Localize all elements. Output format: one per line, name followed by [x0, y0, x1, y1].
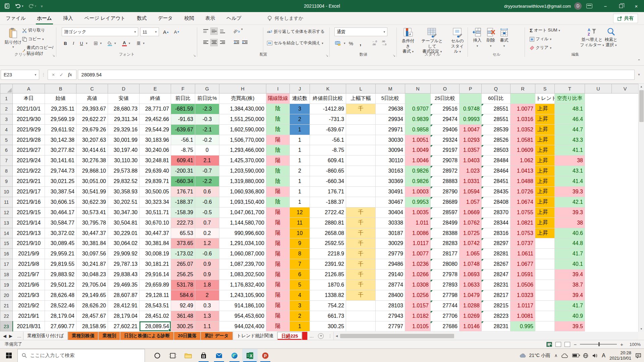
- cell[interactable]: 30491: [376, 187, 405, 197]
- italic-button[interactable]: I: [70, 40, 77, 47]
- cell-styles-button[interactable]: セルのスタイル ▾: [447, 26, 468, 56]
- cell[interactable]: 27798: [431, 290, 460, 300]
- cell[interactable]: 陽: [266, 290, 290, 300]
- cell[interactable]: 2: [195, 290, 219, 300]
- cell[interactable]: 29,149.65: [76, 290, 108, 300]
- cell[interactable]: 25日比較: [431, 94, 460, 104]
- sheet-tab-20日騰落[interactable]: 20日騰落: [174, 332, 201, 340]
- tab-help[interactable]: ヘルプ: [221, 12, 247, 24]
- cell[interactable]: 1.057: [460, 197, 482, 207]
- cell[interactable]: [612, 187, 639, 197]
- cell[interactable]: 65.53: [171, 228, 195, 238]
- cell[interactable]: 千: [346, 259, 376, 269]
- cell[interactable]: 30163: [376, 166, 405, 176]
- cell[interactable]: 陽: [266, 280, 290, 290]
- cell[interactable]: [585, 249, 612, 259]
- format-cells-button[interactable]: 書式▾: [497, 26, 511, 50]
- row-header[interactable]: 16: [0, 249, 13, 259]
- cell[interactable]: 1.0288: [460, 300, 482, 311]
- cell[interactable]: 陰: [266, 114, 290, 124]
- conditional-formatting-button[interactable]: ≠ 条件付き書式 ▾: [399, 26, 417, 56]
- cell[interactable]: -91.63: [171, 114, 195, 124]
- comma-style-icon[interactable]: ,: [357, 40, 364, 47]
- cell[interactable]: 29934: [376, 114, 405, 124]
- cell[interactable]: 30,142.38: [45, 135, 76, 145]
- cell[interactable]: 上昇: [535, 218, 555, 228]
- cell[interactable]: 28,626.20: [76, 300, 108, 311]
- cell[interactable]: [346, 321, 376, 331]
- column-header-G[interactable]: G: [195, 84, 219, 94]
- cell[interactable]: 3: [290, 104, 310, 114]
- notification-center-icon[interactable]: [635, 353, 641, 358]
- cell[interactable]: 1870.6: [310, 280, 346, 290]
- cell[interactable]: 1.0403: [460, 156, 482, 166]
- cell[interactable]: 38: [555, 156, 585, 166]
- sheet-tab-業種別[interactable]: 業種別: [98, 332, 120, 340]
- row-header[interactable]: 15: [0, 238, 13, 249]
- cell[interactable]: [612, 176, 639, 187]
- cell[interactable]: 28,089.54: [140, 321, 171, 331]
- cell[interactable]: 754.22: [310, 300, 346, 311]
- row-header[interactable]: 8: [0, 166, 13, 176]
- cell[interactable]: [612, 321, 639, 331]
- font-size-combo[interactable]: 11▾: [140, 27, 159, 36]
- cell[interactable]: 0.9826: [405, 166, 431, 176]
- cell[interactable]: 27978: [431, 269, 460, 280]
- cell[interactable]: 0.9826: [405, 176, 431, 187]
- cell[interactable]: 2021/9/2: [13, 300, 45, 311]
- cell[interactable]: 2021/9/13: [13, 228, 45, 238]
- row-header[interactable]: 4: [0, 124, 13, 135]
- cell[interactable]: 上昇: [535, 124, 555, 135]
- bold-button[interactable]: B: [62, 40, 69, 47]
- page-layout-view-icon[interactable]: [555, 342, 561, 347]
- cell[interactable]: [535, 269, 555, 280]
- cell[interactable]: -200.31: [171, 166, 195, 176]
- align-right-icon[interactable]: [219, 39, 226, 46]
- cell[interactable]: 39.3: [555, 207, 585, 218]
- excel-icon[interactable]: X: [242, 349, 258, 362]
- cell[interactable]: 29,839.71: [140, 176, 171, 187]
- cell[interactable]: 1.0077: [511, 104, 535, 114]
- cell[interactable]: 0.9: [195, 269, 219, 280]
- cell[interactable]: 1.0506: [511, 280, 535, 290]
- cell[interactable]: 0.9858: [405, 124, 431, 135]
- alignment-dialog-launcher[interactable]: ↘: [326, 54, 328, 57]
- cell[interactable]: 2021/9/9: [13, 249, 45, 259]
- cell[interactable]: 0: [195, 145, 219, 156]
- cell[interactable]: 1.0046: [405, 156, 431, 166]
- underline-button[interactable]: U: [78, 40, 85, 47]
- cell[interactable]: 44.7: [555, 124, 585, 135]
- cell[interactable]: 1.0669: [460, 207, 482, 218]
- cell[interactable]: 30029: [376, 238, 405, 249]
- cell[interactable]: 陰: [266, 104, 290, 114]
- cell[interactable]: [346, 197, 376, 207]
- cell[interactable]: 43.1: [555, 166, 585, 176]
- cell[interactable]: 2880.81: [310, 218, 346, 228]
- cell[interactable]: [585, 269, 612, 280]
- cell[interactable]: 10: [290, 228, 310, 238]
- cell[interactable]: [346, 166, 376, 176]
- cell[interactable]: 1.0269: [460, 311, 482, 321]
- show-hidden-icons-chevron[interactable]: ∧: [554, 353, 558, 358]
- cell[interactable]: 41.7: [555, 249, 585, 259]
- cell[interactable]: 30,323.34: [140, 197, 171, 207]
- cell[interactable]: 陽: [266, 187, 290, 197]
- horizontal-scrollbar[interactable]: ◀: [333, 332, 638, 340]
- tab-data[interactable]: データ: [152, 12, 178, 24]
- cell[interactable]: 1.0677: [511, 259, 535, 269]
- cell[interactable]: 28316: [482, 228, 511, 238]
- cell[interactable]: 陽: [266, 228, 290, 238]
- cell[interactable]: 30467: [376, 197, 405, 207]
- cell[interactable]: 41.1: [555, 145, 585, 156]
- tab-split-handle[interactable]: ⋮: [328, 334, 332, 339]
- number-dialog-launcher[interactable]: ↘: [393, 54, 395, 57]
- cell[interactable]: 2021/9/1: [13, 311, 45, 321]
- cell[interactable]: 30,381.84: [76, 238, 108, 249]
- cell[interactable]: [612, 104, 639, 114]
- cell[interactable]: 41.4: [555, 176, 585, 187]
- row-header[interactable]: 5: [0, 135, 13, 145]
- cell[interactable]: 584.6: [171, 290, 195, 300]
- cell[interactable]: 30,500.05: [140, 187, 171, 197]
- cell[interactable]: [585, 228, 612, 238]
- cell[interactable]: 27706: [431, 311, 460, 321]
